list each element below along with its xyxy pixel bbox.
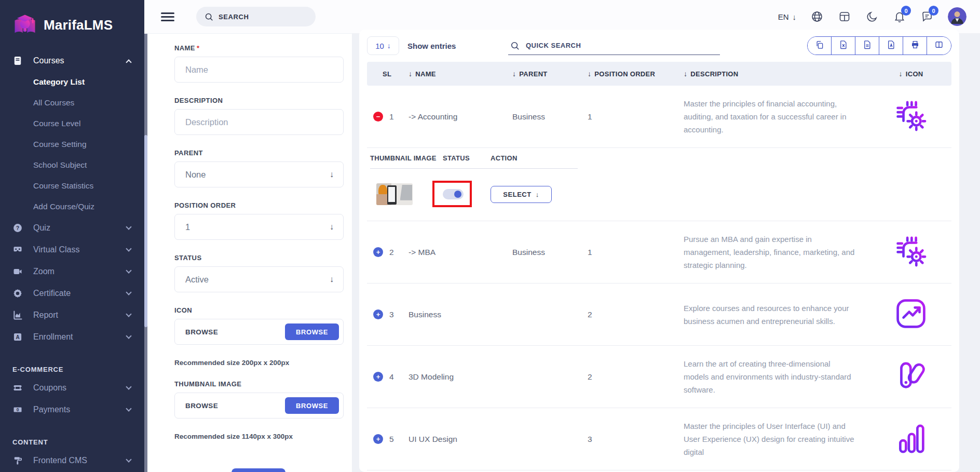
description-cell: Pursue an MBA and gain expertise in mana… — [684, 233, 870, 272]
dark-mode-moon-icon[interactable] — [865, 10, 879, 23]
excel-icon — [839, 40, 848, 51]
parent-select[interactable]: None↓ — [174, 161, 344, 187]
sidebar-item-courses[interactable]: Courses — [0, 50, 144, 72]
chevron-down-icon — [126, 333, 131, 339]
swatch-icon — [894, 359, 928, 395]
quick-search[interactable] — [508, 36, 720, 55]
browse-button[interactable]: BROWSE — [285, 323, 339, 340]
sort-arrow-icon: ↓ — [588, 70, 591, 78]
position-order-select[interactable]: 1↓ — [174, 214, 344, 240]
status-toggle[interactable] — [443, 189, 464, 199]
sidebar-subitem-course-statistics[interactable]: Course Statistics — [0, 176, 144, 196]
sidebar-item-enrollment[interactable]: AEnrollment — [0, 326, 144, 348]
entries-per-page-select[interactable]: 10 ↓ — [367, 36, 399, 55]
select-action-button[interactable]: SELECT↓ — [491, 186, 552, 203]
copy-export-button[interactable] — [808, 37, 832, 55]
column-header-position-order[interactable]: ↓POSITION ORDER — [588, 70, 684, 78]
status-select[interactable]: Active↓ — [174, 266, 344, 292]
sidebar-subitem-add-course-quiz[interactable]: Add Course/Quiz — [0, 196, 144, 217]
brand-logo[interactable]: MarifaLMS — [0, 0, 144, 48]
detail-column-header-status: STATUS — [443, 154, 491, 162]
field-label: NAME* — [174, 44, 344, 52]
messages-chat-icon[interactable]: 0 — [920, 10, 934, 23]
sl-cell: +2 — [367, 247, 409, 257]
csv-export-button[interactable] — [855, 37, 879, 55]
user-avatar[interactable] — [948, 7, 967, 26]
marifa-logo-icon — [11, 11, 38, 38]
collapse-row-button[interactable]: − — [373, 112, 383, 122]
expand-row-button[interactable]: + — [373, 247, 383, 257]
globe-icon[interactable] — [810, 10, 824, 23]
column-header-parent[interactable]: ↓PARENT — [512, 70, 588, 78]
payments-icon: 0 — [12, 404, 24, 415]
message-badge: 0 — [929, 6, 938, 16]
icon-file-input[interactable]: BROWSEBROWSE — [174, 319, 344, 345]
notifications-bell-icon[interactable]: 0 — [893, 10, 906, 23]
expand-row-button[interactable]: + — [373, 372, 383, 382]
sl-cell: +4 — [367, 372, 409, 382]
excel-export-button[interactable] — [832, 37, 855, 55]
sidebar-item-quiz[interactable]: ?Quiz — [0, 217, 144, 239]
sidebar-item-certificate[interactable]: Certificate — [0, 282, 144, 304]
sidebar-item-label: Zoom — [33, 267, 55, 276]
field-label: PARENT — [174, 149, 344, 157]
select-value: Active — [185, 275, 209, 285]
sidebar-subitem-category-list[interactable]: Category List — [0, 72, 144, 92]
global-search-input[interactable] — [219, 13, 296, 21]
category-icon-cell — [870, 234, 951, 271]
brand-name: MarifaLMS — [44, 17, 113, 33]
browse-button[interactable]: BROWSE — [285, 397, 339, 414]
content-scrollbar[interactable] — [144, 34, 147, 472]
columns-export-button[interactable] — [927, 37, 951, 55]
position-order-cell: 2 — [588, 310, 684, 319]
sidebar-subitem-all-courses[interactable]: All Courses — [0, 92, 144, 113]
print-export-button[interactable] — [903, 37, 927, 55]
description-input[interactable] — [185, 117, 333, 127]
language-selector[interactable]: EN ↓ — [778, 12, 796, 21]
form-field-description: DESCRIPTION — [174, 97, 344, 135]
column-header-label: NAME — [415, 70, 435, 78]
column-header-name[interactable]: ↓NAME — [409, 70, 512, 78]
save-button[interactable] — [232, 468, 285, 472]
sidebar-item-zoom[interactable]: Zoom — [0, 261, 144, 282]
quick-search-input[interactable] — [526, 42, 718, 49]
name-input[interactable] — [185, 65, 333, 75]
thumbnail-image-file-input[interactable]: BROWSEBROWSE — [174, 393, 344, 419]
sidebar-item-report[interactable]: Report — [0, 304, 144, 326]
chevron-down-icon — [126, 246, 131, 251]
pdf-export-button[interactable] — [879, 37, 903, 55]
content-scrollbar-thumb[interactable] — [144, 135, 147, 327]
table-row-ui-ux-design: +5UI UX Design3Master the principles of … — [367, 408, 951, 470]
sidebar-item-virtual-class[interactable]: Virtual Class — [0, 239, 144, 261]
column-header-label: POSITION ORDER — [594, 70, 655, 78]
thumbnail-part — [400, 185, 413, 200]
browser-layout-icon[interactable] — [838, 10, 851, 23]
sl-number: 4 — [389, 372, 394, 382]
csv-icon — [863, 40, 872, 51]
detail-column-header-action: ACTION — [491, 154, 574, 162]
sidebar-subitem-school-subject[interactable]: School Subject — [0, 155, 144, 176]
chevron-up-icon — [126, 59, 131, 65]
description-cell: Explore courses and resources to enhance… — [684, 302, 870, 328]
sort-arrow-icon: ↓ — [899, 70, 902, 78]
sidebar-subitem-course-setting[interactable]: Course Setting — [0, 134, 144, 155]
thumbnail-part — [388, 187, 395, 202]
sidebar-subitem-course-level[interactable]: Course Level — [0, 113, 144, 134]
table-body: −1-> AccountingBusiness1Master the princ… — [367, 86, 951, 470]
name-cell: -> MBA — [409, 248, 512, 257]
sidebar-item-frontend-cms[interactable]: Frontend CMS — [0, 450, 144, 471]
column-header-icon[interactable]: ↓ICON — [870, 70, 951, 78]
sidebar-item-coupons[interactable]: Coupons — [0, 377, 144, 399]
sl-number: 3 — [389, 310, 394, 319]
export-button-group — [807, 36, 951, 55]
copy-icon — [815, 40, 824, 51]
global-search[interactable] — [196, 7, 316, 26]
category-icon-cell — [870, 296, 951, 333]
column-header-description[interactable]: ↓DESCRIPTION — [684, 70, 870, 78]
sidebar-item-payments[interactable]: 0Payments — [0, 399, 144, 421]
expand-row-button[interactable]: + — [373, 309, 383, 319]
menu-toggle-icon[interactable] — [161, 10, 174, 23]
chevron-down-icon — [126, 289, 131, 295]
expand-row-button[interactable]: + — [373, 434, 383, 444]
column-header-sl[interactable]: SL — [367, 70, 409, 78]
